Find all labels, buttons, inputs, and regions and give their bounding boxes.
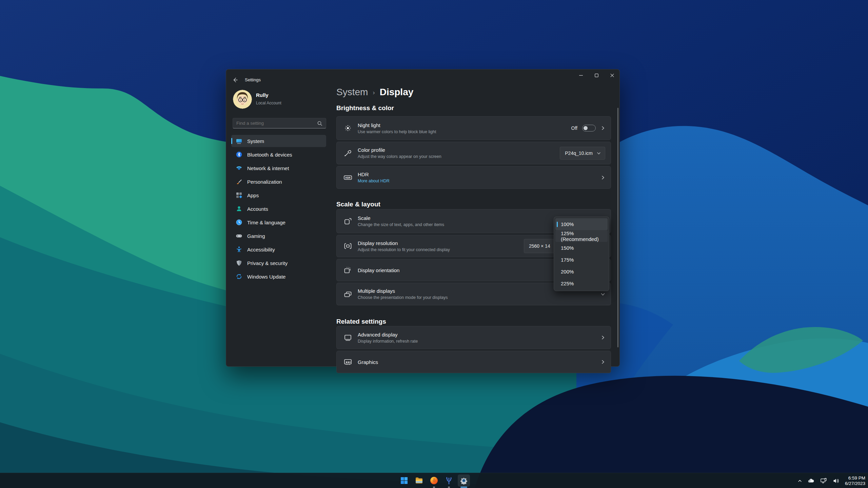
scale-option-175[interactable]: 175% [555,254,608,266]
breadcrumb-separator: › [373,89,375,96]
chevron-right-icon [600,335,605,340]
sidebar-item-apps[interactable]: Apps [231,189,326,201]
file-explorer-button[interactable] [413,474,425,487]
avatar[interactable] [233,90,252,109]
scale-dropdown-flyout: 100% 125% (Recommended) 150% 175% 200% 2… [554,217,609,291]
close-button[interactable] [604,69,620,81]
sidebar-item-label: Accessibility [247,247,275,252]
maximize-button[interactable] [589,69,604,81]
scale-option-125-recommended[interactable]: 125% (Recommended) [555,230,608,242]
firefox-icon [430,476,438,485]
accessibility-icon [236,246,242,253]
sidebar-item-label: Accounts [247,206,268,212]
scale-icon [343,217,352,226]
section-scale-layout: Scale & layout [336,201,540,208]
sidebar-item-accessibility[interactable]: Accessibility [231,243,326,256]
graphics-title: Graphics [358,359,600,365]
onedrive-icon[interactable] [807,477,815,485]
running-indicator [433,487,435,488]
start-button[interactable] [398,474,410,487]
sidebar-item-time-language[interactable]: Time & language [231,216,326,228]
color-profile-subtitle: Adjust the way colors appear on your scr… [358,154,560,159]
hdr-row[interactable]: HDR HDR More about HDR [336,166,611,189]
system-icon [236,138,242,144]
coral-icon [445,476,453,485]
resolution-icon [343,242,352,250]
active-indicator [460,487,467,488]
color-profile-dropdown[interactable]: P24q_10.icm [560,147,605,160]
sidebar-item-gaming[interactable]: Gaming [231,230,326,242]
search-icon [317,121,322,126]
settings-app-button[interactable] [458,474,470,487]
display-resolution-subtitle: Adjust the resolution to fit your connec… [358,247,524,252]
hdr-icon: HDR [343,173,352,182]
selected-indicator [231,138,232,144]
orientation-icon [343,266,352,274]
search-box[interactable] [233,118,326,128]
sidebar-item-personalization[interactable]: Personalization [231,176,326,188]
sidebar-item-bluetooth[interactable]: Bluetooth & devices [231,148,326,161]
night-light-title: Night light [358,122,571,128]
firefox-button[interactable] [428,474,440,487]
minimize-button[interactable] [573,69,589,81]
eyedropper-icon [343,149,352,158]
advanced-display-subtitle: Display information, refresh rate [358,339,600,344]
scale-option-225[interactable]: 225% [555,278,608,289]
sidebar-item-accounts[interactable]: Accounts [231,203,326,215]
hdr-title: HDR [358,171,600,177]
back-button[interactable] [232,77,239,83]
section-related-settings: Related settings [336,318,540,325]
sidebar-item-label: Network & internet [247,165,289,171]
page-title: Display [380,87,414,98]
more-about-hdr-link[interactable]: More about HDR [358,179,600,183]
night-light-row[interactable]: Night light Use warmer colors to help bl… [336,116,611,140]
scale-option-200[interactable]: 200% [555,266,608,278]
tray-chevron-up-icon[interactable] [797,479,802,483]
taskbar-center [398,474,470,487]
network-icon[interactable] [820,477,827,485]
night-light-subtitle: Use warmer colors to help block blue lig… [358,129,571,134]
color-profile-row: Color profile Adjust the way colors appe… [336,142,611,164]
user-account-type: Local Account [256,101,281,105]
taskbar: 6:59 PM 6/27/2023 [0,473,868,488]
color-profile-value: P24q_10.icm [565,150,593,156]
svg-text:HDR: HDR [345,176,351,179]
bluetooth-icon [236,151,242,158]
sidebar-item-privacy[interactable]: Privacy & security [231,257,326,269]
advanced-display-row[interactable]: Advanced display Display information, re… [336,326,611,349]
chevron-down-icon [597,151,601,155]
coral-app-button[interactable] [443,474,455,487]
breadcrumb-root[interactable]: System [336,87,368,98]
volume-icon[interactable] [832,477,840,485]
scrollbar[interactable] [617,108,618,347]
scale-option-100[interactable]: 100% [555,218,608,230]
sidebar-item-label: Apps [247,192,259,198]
scale-option-150[interactable]: 150% [555,242,608,254]
wifi-icon [236,165,242,171]
clock[interactable]: 6:59 PM 6/27/2023 [845,475,865,486]
gamepad-icon [236,232,242,239]
sidebar-item-label: Windows Update [247,274,285,280]
toggle-knob [584,126,588,130]
chevron-right-icon [600,360,605,364]
sidebar-item-system[interactable]: System [231,135,326,147]
sidebar-item-label: System [247,138,264,144]
breadcrumb: System › Display [336,87,413,98]
desktop: Settings Rully [0,0,868,488]
color-profile-title: Color profile [358,147,560,153]
sidebar-item-network[interactable]: Network & internet [231,162,326,174]
selected-indicator [557,222,558,227]
update-icon [236,273,242,280]
search-input[interactable] [233,121,317,126]
windows-logo-icon [400,476,408,485]
folder-icon [415,476,423,485]
graphics-row[interactable]: Graphics [336,351,611,373]
advanced-display-icon [343,333,352,342]
tray-time: 6:59 PM [845,475,865,481]
sidebar-nav: System Bluetooth & devices Network & int… [231,135,326,284]
sidebar-item-label: Bluetooth & devices [247,152,292,158]
sidebar-item-windows-update[interactable]: Windows Update [231,270,326,283]
window-title: Settings [245,77,261,82]
night-light-toggle[interactable] [582,125,596,131]
gear-icon [459,476,468,485]
